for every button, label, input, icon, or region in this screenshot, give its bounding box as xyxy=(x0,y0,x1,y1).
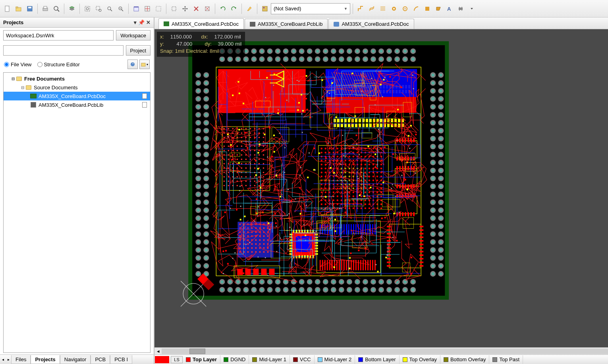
scroll-thumb[interactable] xyxy=(189,349,205,354)
workspace-input[interactable] xyxy=(3,30,114,40)
svg-point-244 xyxy=(365,168,366,169)
tab-pcb-i[interactable]: PCB I xyxy=(110,355,132,364)
layer-tab-vcc[interactable]: VCC xyxy=(290,355,314,364)
workspace-button[interactable]: Workspace xyxy=(116,30,151,40)
panel-menu-icon[interactable]: ▾ xyxy=(134,19,137,25)
save-icon[interactable] xyxy=(25,4,35,14)
route-multi-icon[interactable] xyxy=(378,4,388,14)
layer-tab-top-overlay[interactable]: Top Overlay xyxy=(400,355,440,364)
layer-swatch xyxy=(358,357,363,362)
project-button[interactable]: Project xyxy=(126,45,151,56)
svg-rect-728 xyxy=(344,224,345,235)
project-tree[interactable]: ⊟ Free Documents ⊟ Source Documents AM33… xyxy=(3,72,151,353)
svg-rect-824 xyxy=(356,135,357,136)
document-tab-1[interactable]: AM335X_CoreBoard.PcbDoc xyxy=(158,18,244,29)
select-inside-icon[interactable] xyxy=(169,4,179,14)
layer-tab-bottom-overlay[interactable]: Bottom Overlay xyxy=(440,355,490,364)
project-input[interactable] xyxy=(3,45,124,56)
tab-pcb[interactable]: PCB xyxy=(91,355,110,364)
layer-tab-mid-layer-1[interactable]: Mid-Layer 1 xyxy=(249,355,290,364)
print-icon[interactable] xyxy=(40,4,50,14)
svg-rect-925 xyxy=(377,271,379,272)
text-icon[interactable]: A xyxy=(444,4,455,14)
svg-point-594 xyxy=(251,243,253,245)
layer-tab-top-past[interactable]: Top Past xyxy=(489,355,523,364)
document-tab-2[interactable]: AM335X_CoreBoard.PcbLib xyxy=(245,19,328,29)
layer-tab-top-layer[interactable]: Top Layer xyxy=(183,355,220,364)
move-icon[interactable] xyxy=(180,4,190,14)
deselect-icon[interactable] xyxy=(191,4,201,14)
altium-icon[interactable] xyxy=(260,4,270,14)
svg-point-436 xyxy=(250,137,251,138)
layer-tab-bottom-layer[interactable]: Bottom Layer xyxy=(355,355,399,364)
tab-projects[interactable]: Projects xyxy=(31,355,60,364)
redo-icon[interactable] xyxy=(229,4,239,14)
svg-rect-135 xyxy=(366,123,368,127)
ls-color-swatch[interactable] xyxy=(155,356,169,363)
arc-icon[interactable] xyxy=(411,4,421,14)
horizontal-scrollbar[interactable]: ◂ xyxy=(154,347,608,354)
folder-menu-icon[interactable]: ▾ xyxy=(139,60,150,69)
poly-icon[interactable] xyxy=(433,4,444,14)
layer-tab-mid-layer-2[interactable]: Mid-Layer 2 xyxy=(315,355,355,364)
new-icon[interactable] xyxy=(2,4,13,14)
layer-set-button[interactable]: LS xyxy=(171,356,183,363)
tab-navigator[interactable]: Navigator xyxy=(60,355,91,364)
fill-icon[interactable] xyxy=(422,4,432,14)
tree-node-free-documents[interactable]: ⊟ Free Documents xyxy=(4,74,150,83)
clear-icon[interactable] xyxy=(202,4,212,14)
preview-icon[interactable] xyxy=(51,4,62,14)
svg-rect-755 xyxy=(419,244,423,245)
dropdown-icon[interactable] xyxy=(467,4,477,14)
snippet-combo[interactable]: (Not Saved) xyxy=(271,3,350,14)
select-filter-icon[interactable] xyxy=(153,4,164,14)
tree-node-pcblib[interactable]: AM335X_CoreBoard.PcbLib xyxy=(4,100,150,109)
route-diff-icon[interactable] xyxy=(367,4,377,14)
svg-rect-856 xyxy=(397,109,399,110)
zoom-area-icon[interactable] xyxy=(93,4,104,14)
svg-point-234 xyxy=(325,168,326,169)
svg-point-546 xyxy=(250,185,251,187)
file-view-radio[interactable]: File View xyxy=(4,62,32,67)
pad-icon[interactable] xyxy=(389,4,399,14)
svg-rect-827 xyxy=(271,156,273,158)
scroll-left-icon[interactable]: ◂ xyxy=(154,348,162,354)
tab-scroll-left-icon[interactable]: ◂ xyxy=(0,357,6,362)
zoom-out-icon[interactable] xyxy=(116,4,126,14)
refresh-icon[interactable] xyxy=(127,60,138,69)
svg-point-411 xyxy=(228,128,230,129)
undo-icon[interactable] xyxy=(218,4,228,14)
stack-icon[interactable] xyxy=(67,4,77,14)
tree-node-pcbdoc[interactable]: AM335X_CoreBoard.PcbDoc xyxy=(4,92,150,100)
svg-point-525 xyxy=(245,176,247,178)
panel-close-icon[interactable]: ✕ xyxy=(146,19,151,25)
panel-pin-icon[interactable]: 📌 xyxy=(138,19,145,25)
tab-scroll-right-icon[interactable]: ▸ xyxy=(6,357,11,362)
svg-rect-113 xyxy=(359,119,361,122)
svg-rect-4 xyxy=(28,7,31,8)
zoom-fit-icon[interactable] xyxy=(82,4,93,14)
component-icon[interactable] xyxy=(456,4,466,14)
tree-node-source-documents[interactable]: ⊟ Source Documents xyxy=(4,83,150,92)
zoom-sel-icon[interactable] xyxy=(104,4,115,14)
route-icon[interactable] xyxy=(355,4,366,14)
structure-editor-radio[interactable]: Structure Editor xyxy=(37,62,80,67)
svg-rect-731 xyxy=(351,224,352,235)
svg-point-614 xyxy=(267,251,268,253)
layer-tab-dgnd[interactable]: DGND xyxy=(220,355,249,364)
svg-point-210 xyxy=(357,160,358,161)
document-tab-3[interactable]: AM335X_CoreBoard.PcbDoc xyxy=(328,19,414,29)
svg-point-963 xyxy=(342,135,343,136)
cross-probe-icon[interactable] xyxy=(142,4,152,14)
svg-rect-32 xyxy=(263,6,267,11)
via-icon[interactable] xyxy=(400,4,410,14)
svg-rect-899 xyxy=(383,79,384,81)
svg-rect-40 xyxy=(459,8,463,10)
svg-point-535 xyxy=(245,181,247,182)
tab-files[interactable]: Files xyxy=(11,355,31,364)
svg-point-285 xyxy=(337,179,338,181)
browse-icon[interactable] xyxy=(131,4,141,14)
highlight-icon[interactable] xyxy=(244,4,255,14)
open-icon[interactable] xyxy=(14,4,24,14)
pcb-canvas[interactable] xyxy=(154,29,608,347)
